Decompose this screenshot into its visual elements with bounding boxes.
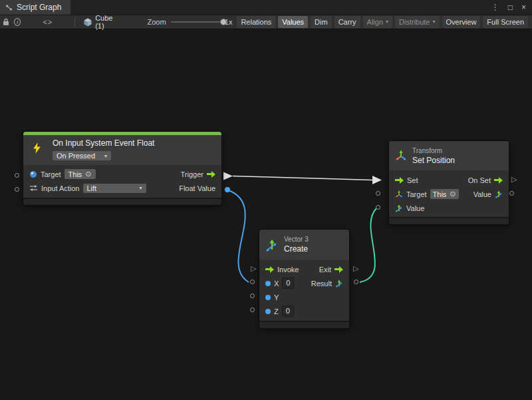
graph-toolbar: i <> Cube (1) Zoom 1x Relations Values D… (0, 15, 532, 29)
zoom-slider-track (171, 21, 220, 23)
distribute-dropdown[interactable]: Distribute ▾ (395, 16, 439, 28)
zoom-slider-handle[interactable] (220, 19, 227, 25)
event-target-value: This (68, 170, 82, 178)
set-flow-port[interactable] (395, 177, 404, 184)
event-target-input-port[interactable] (15, 173, 19, 178)
transform-target-value: This (433, 190, 447, 198)
event-target-field[interactable]: This ⊙ (65, 169, 96, 179)
vector3-icon (265, 238, 279, 252)
carry-button[interactable]: Carry (334, 16, 360, 28)
vector-z-row: Z 0 (259, 304, 349, 318)
window-controls: ⋮ □ × (491, 0, 532, 15)
float-value-output-port[interactable] (225, 187, 230, 192)
result-label: Result (311, 280, 332, 288)
transform-value-input-port[interactable] (376, 205, 380, 210)
x-input-port[interactable] (250, 280, 255, 284)
transform-set-row: Set On Set (389, 173, 509, 187)
transform-target-label: Target (406, 190, 427, 198)
transform-target-field[interactable]: This ⊙ (430, 189, 459, 199)
event-mode-dropdown[interactable]: On Pressed ▾ (53, 151, 111, 160)
set-label: Set (407, 176, 418, 184)
z-label: Z (274, 307, 279, 315)
graph-target[interactable]: Cube (1) (84, 14, 117, 30)
menu-icon[interactable]: ⋮ (491, 3, 499, 12)
node-transform-set-position[interactable]: Transform Set Position Set On Set (389, 141, 509, 224)
exit-output-port[interactable]: ▷ (353, 265, 358, 272)
wire-result-to-value[interactable] (360, 208, 376, 282)
event-input-action-row: Input Action Lift ▾ Float Value (23, 181, 221, 195)
input-action-dropdown[interactable]: Lift ▾ (83, 184, 146, 193)
invoke-flow-port[interactable] (265, 266, 274, 273)
nav-angles-icon[interactable]: <> (43, 18, 53, 26)
float-value-label: Float Value (179, 184, 215, 192)
node-vector3-create[interactable]: Vector 3 Create Invoke Exit X 0 Result (259, 230, 349, 328)
float-type-dot-icon (265, 309, 271, 314)
chevron-down-icon: ▾ (139, 185, 142, 191)
on-set-label: On Set (468, 176, 491, 184)
info-icon[interactable]: i (14, 18, 21, 26)
transform-node-title: Set Position (412, 156, 455, 165)
vector-node-body: Invoke Exit X 0 Result (259, 260, 349, 321)
zoom-slider[interactable] (171, 17, 220, 27)
self-target-icon: ⊙ (85, 170, 91, 178)
distribute-label: Distribute (399, 18, 430, 26)
transform-node-type: Transform (412, 147, 455, 154)
event-target-label: Target (41, 170, 61, 178)
event-input-action-input-port[interactable] (15, 187, 19, 192)
exit-flow-port[interactable] (334, 266, 343, 273)
dim-button[interactable]: Dim (311, 16, 332, 28)
x-label: X (274, 280, 279, 288)
lock-icon[interactable] (3, 18, 9, 26)
input-action-value: Lift (87, 184, 97, 192)
transform-icon (395, 150, 407, 162)
x-value-field[interactable]: 0 (282, 278, 294, 289)
trigger-flow-port[interactable] (207, 171, 215, 178)
values-button[interactable]: Values (278, 16, 308, 28)
toolbar-buttons: Relations Values Dim Carry Align ▾ Distr… (237, 16, 529, 28)
relations-button[interactable]: Relations (237, 16, 275, 28)
node-on-input-system-event-float[interactable]: On Input System Event Float On Pressed ▾… (23, 132, 221, 205)
transform-node-header[interactable]: Transform Set Position (389, 141, 509, 170)
y-label: Y (274, 294, 279, 301)
event-node-footer (23, 198, 221, 205)
align-dropdown[interactable]: Align ▾ (363, 16, 392, 28)
result-output-port[interactable] (354, 280, 358, 284)
toolbar-separator (74, 18, 75, 27)
gameobject-icon (29, 170, 37, 178)
wire-floatvalue-to-x[interactable] (229, 190, 249, 282)
vector-y-row: Y (259, 290, 349, 304)
close-icon[interactable]: × (521, 3, 526, 12)
transform-target-input-port[interactable] (376, 191, 380, 196)
transform-target-row: Target This ⊙ Value (389, 187, 509, 201)
chevron-down-icon: ▾ (104, 153, 107, 159)
wire-trigger-start-arrow[interactable] (223, 172, 233, 180)
chevron-down-icon: ▾ (433, 19, 436, 25)
maximize-icon[interactable]: □ (508, 3, 513, 12)
fullscreen-button[interactable]: Full Screen (483, 16, 528, 28)
event-node-body: Target This ⊙ Trigger (23, 165, 221, 198)
wire-trigger-to-set[interactable] (233, 176, 372, 180)
lightning-icon (32, 142, 42, 155)
cube-icon (84, 18, 92, 27)
wire-trigger-end-arrow[interactable] (372, 176, 382, 184)
on-set-flow-port[interactable] (494, 177, 503, 184)
tab-script-graph[interactable]: Script Graph (0, 0, 70, 15)
z-input-port[interactable] (250, 307, 255, 312)
y-input-port[interactable] (250, 294, 255, 298)
chevron-down-icon: ▾ (386, 19, 388, 25)
script-graph-icon (5, 4, 13, 11)
transform-value-output-port[interactable] (509, 191, 514, 196)
vector-node-title: Create (284, 244, 309, 254)
invoke-input-port[interactable]: ▷ (251, 265, 256, 272)
overview-button[interactable]: Overview (442, 16, 481, 28)
input-action-icon (29, 184, 38, 192)
graph-canvas[interactable]: On Input System Event Float On Pressed ▾… (0, 29, 532, 400)
event-node-header[interactable]: On Input System Event Float On Pressed ▾ (23, 135, 221, 165)
vector-node-header[interactable]: Vector 3 Create (259, 230, 349, 260)
vector3-value-out-icon (495, 190, 503, 198)
transform-node-footer (389, 217, 509, 224)
vector-x-row: X 0 Result (259, 276, 349, 290)
transform-value-in-label: Value (406, 204, 424, 212)
z-value-field[interactable]: 0 (282, 305, 294, 317)
on-set-output-port[interactable]: ▷ (511, 176, 517, 183)
